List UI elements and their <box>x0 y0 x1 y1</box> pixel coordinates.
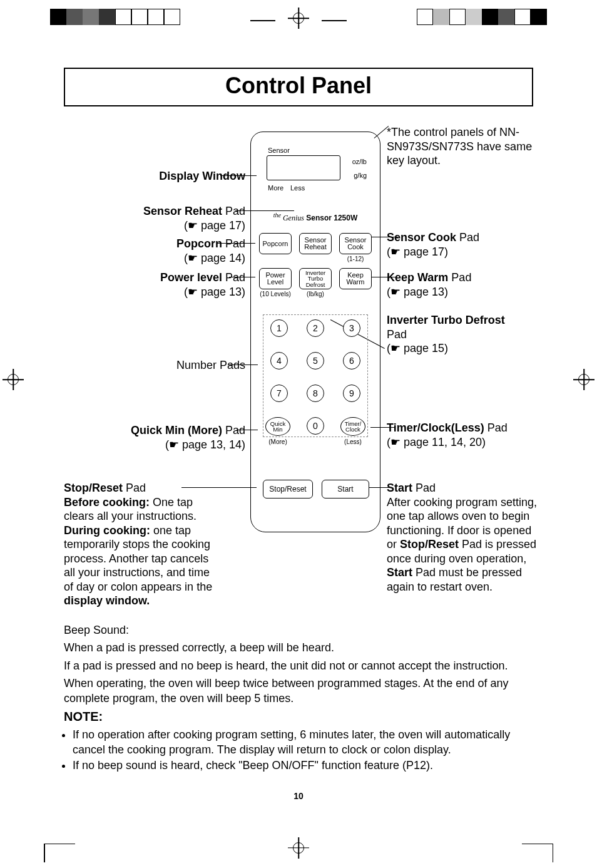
sensor-cook-pad[interactable]: SensorCook <box>339 233 372 254</box>
label-keep-warm: Keep Warm Pad (☛ page 13) <box>387 271 471 299</box>
num-4[interactable]: 4 <box>270 352 288 369</box>
display-unit-ozlb: oz/lb <box>352 158 367 165</box>
page-number: 10 <box>31 791 566 801</box>
label-power-level: Power level Pad (☛ page 13) <box>160 271 245 299</box>
power-level-pad[interactable]: PowerLevel <box>259 268 292 289</box>
display-less-label: Less <box>290 184 305 192</box>
beep-p2: If a pad is pressed and no beep is heard… <box>64 658 533 673</box>
display-unit-gkg: g/kg <box>354 172 367 179</box>
sensor-reheat-pad[interactable]: SensorReheat <box>299 233 332 254</box>
label-start: Start Pad After cooking program setting,… <box>387 481 543 594</box>
label-sensor-cook: Sensor Cook Pad (☛ page 17) <box>387 230 479 259</box>
num-5[interactable]: 5 <box>307 352 324 369</box>
label-timer-clock: Timer/Clock(Less) Pad (☛ page 11, 14, 20… <box>387 421 508 449</box>
popcorn-pad[interactable]: Popcorn <box>259 233 292 254</box>
note-bullet-2: If no beep sound is heard, check "Beep O… <box>73 758 533 773</box>
registration-bar-bottom <box>0 837 597 868</box>
stop-reset-pad[interactable]: Stop/Reset <box>263 480 313 499</box>
label-stop-reset: Stop/Reset Pad Before cooking: One tap c… <box>64 481 219 608</box>
control-panel-graphic: Sensor oz/lb g/kg More Less the Genius S… <box>250 132 380 532</box>
num-1[interactable]: 1 <box>270 319 288 337</box>
label-popcorn: Popcorn Pad (☛ page 14) <box>176 237 245 265</box>
beep-p3: When operating, the oven will beep twice… <box>64 676 533 706</box>
num-7[interactable]: 7 <box>270 385 288 402</box>
num-3[interactable]: 3 <box>343 319 360 337</box>
label-sensor-reheat: Sensor Reheat Pad (☛ page 17) <box>143 204 245 232</box>
display-sensor-label: Sensor <box>268 147 290 154</box>
note-bullet-1: If no operation after cooking program se… <box>73 728 533 757</box>
beep-p1: When a pad is pressed correctly, a beep … <box>64 640 533 655</box>
registration-bar-top <box>0 4 597 30</box>
page-title: Control Panel <box>65 73 532 99</box>
control-panel-diagram: Display Window Sensor Reheat Pad (☛ page… <box>31 125 566 614</box>
num-8[interactable]: 8 <box>307 385 324 402</box>
num-0[interactable]: 0 <box>307 417 324 435</box>
label-inverter-defrost: Inverter Turbo DefrostPad (☛ page 15) <box>387 313 549 356</box>
inverter-defrost-pad[interactable]: InverterTurboDefrost <box>299 268 332 289</box>
num-6[interactable]: 6 <box>343 352 360 369</box>
timer-clock-sublabel: (Less) <box>335 438 370 445</box>
keep-warm-pad[interactable]: KeepWarm <box>339 268 372 289</box>
num-9[interactable]: 9 <box>343 385 360 402</box>
display-screen <box>267 155 340 180</box>
note-bullets: If no operation after cooking program se… <box>64 728 533 773</box>
label-quick-min: Quick Min (More) Pad (☛ page 13, 14) <box>131 423 245 452</box>
display-window: Sensor oz/lb g/kg More Less <box>264 147 367 195</box>
quick-min-pad[interactable]: QuickMin <box>265 417 290 436</box>
start-pad[interactable]: Start <box>322 480 369 499</box>
inverter-sublabel: (lb/kg) <box>298 291 333 297</box>
num-2[interactable]: 2 <box>307 319 324 337</box>
note-heading: NOTE: <box>64 708 533 725</box>
power-level-sublabel: (10 Levels) <box>258 291 293 297</box>
beep-sound-section: Beep Sound: When a pad is pressed correc… <box>64 623 533 773</box>
beep-heading: Beep Sound: <box>64 623 533 638</box>
cross-mark-icon <box>288 8 309 29</box>
label-top-note: *The control panels of NN-SN973S/SN773S … <box>387 125 549 168</box>
cross-mark-icon <box>288 837 309 859</box>
brand-line: the Genius Sensor 1250W <box>250 212 380 223</box>
sensor-cook-sublabel: (1-12) <box>338 256 373 262</box>
quick-min-sublabel: (More) <box>260 438 295 445</box>
page-title-box: Control Panel <box>64 68 533 106</box>
timer-clock-pad[interactable]: Timer/Clock <box>340 417 365 436</box>
display-more-label: More <box>268 184 283 192</box>
